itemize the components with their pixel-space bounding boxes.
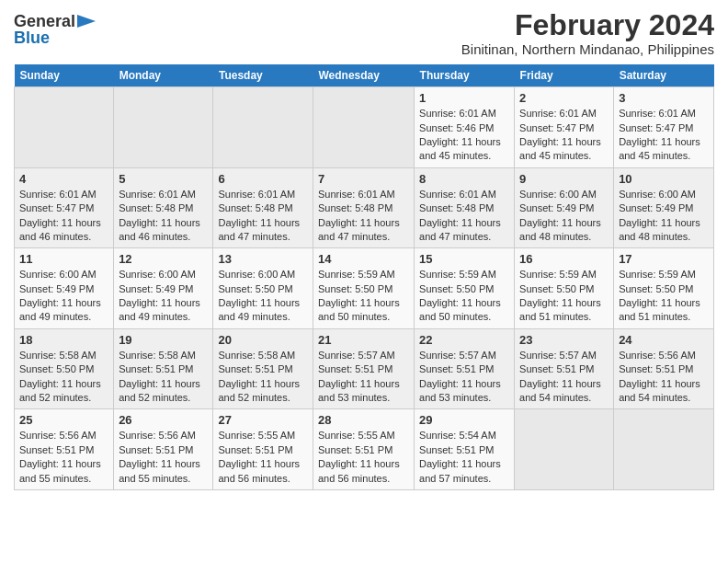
day-number: 23 [519,333,609,347]
day-number: 4 [19,172,108,186]
day-number: 5 [119,172,208,186]
calendar-cell [515,409,614,490]
calendar-table: SundayMondayTuesdayWednesdayThursdayFrid… [14,64,714,490]
calendar-cell: 19Sunrise: 5:58 AMSunset: 5:51 PMDayligh… [114,328,213,409]
calendar-cell: 7Sunrise: 6:01 AMSunset: 5:48 PMDaylight… [313,167,414,248]
calendar-cell: 16Sunrise: 5:59 AMSunset: 5:50 PMDayligh… [515,248,614,329]
day-number: 20 [218,333,308,347]
day-info: Sunrise: 5:55 AMSunset: 5:51 PMDaylight:… [218,429,308,486]
day-number: 15 [419,252,509,266]
calendar-cell: 23Sunrise: 5:57 AMSunset: 5:51 PMDayligh… [515,328,614,409]
col-header-monday: Monday [114,64,213,87]
calendar-cell: 2Sunrise: 6:01 AMSunset: 5:47 PMDaylight… [515,87,614,168]
day-info: Sunrise: 6:00 AMSunset: 5:49 PMDaylight:… [619,188,709,245]
day-info: Sunrise: 5:56 AMSunset: 5:51 PMDaylight:… [619,349,709,406]
day-info: Sunrise: 6:01 AMSunset: 5:47 PMDaylight:… [19,188,108,245]
day-number: 14 [318,252,409,266]
calendar-cell: 10Sunrise: 6:00 AMSunset: 5:49 PMDayligh… [614,167,714,248]
calendar-header-row: SundayMondayTuesdayWednesdayThursdayFrid… [15,64,714,87]
day-info: Sunrise: 6:01 AMSunset: 5:48 PMDaylight:… [318,188,409,245]
day-info: Sunrise: 6:01 AMSunset: 5:47 PMDaylight:… [519,107,609,164]
day-info: Sunrise: 6:00 AMSunset: 5:50 PMDaylight:… [218,268,308,325]
day-info: Sunrise: 6:01 AMSunset: 5:48 PMDaylight:… [218,188,308,245]
calendar-cell: 4Sunrise: 6:01 AMSunset: 5:47 PMDaylight… [15,167,114,248]
calendar-cell: 24Sunrise: 5:56 AMSunset: 5:51 PMDayligh… [614,328,714,409]
day-info: Sunrise: 5:57 AMSunset: 5:51 PMDaylight:… [318,349,409,406]
day-number: 17 [619,252,709,266]
day-number: 13 [218,252,308,266]
title-section: February 2024 Binitinan, Northern Mindan… [461,9,714,57]
day-info: Sunrise: 6:01 AMSunset: 5:48 PMDaylight:… [119,188,208,245]
day-number: 29 [419,413,509,427]
calendar-cell: 18Sunrise: 5:58 AMSunset: 5:50 PMDayligh… [15,328,114,409]
day-info: Sunrise: 5:59 AMSunset: 5:50 PMDaylight:… [318,268,409,325]
day-info: Sunrise: 5:56 AMSunset: 5:51 PMDaylight:… [119,429,208,486]
day-info: Sunrise: 5:58 AMSunset: 5:51 PMDaylight:… [119,349,208,406]
day-number: 25 [19,413,108,427]
day-number: 19 [119,333,208,347]
calendar-cell: 15Sunrise: 5:59 AMSunset: 5:50 PMDayligh… [415,248,515,329]
calendar-cell: 9Sunrise: 6:00 AMSunset: 5:49 PMDaylight… [515,167,614,248]
day-number: 21 [318,333,409,347]
col-header-tuesday: Tuesday [213,64,313,87]
calendar-cell: 1Sunrise: 6:01 AMSunset: 5:46 PMDaylight… [415,87,515,168]
logo-blue-text: Blue [14,29,50,46]
week-row-4: 18Sunrise: 5:58 AMSunset: 5:50 PMDayligh… [15,328,714,409]
day-info: Sunrise: 5:57 AMSunset: 5:51 PMDaylight:… [419,349,509,406]
day-info: Sunrise: 5:58 AMSunset: 5:51 PMDaylight:… [218,349,308,406]
week-row-2: 4Sunrise: 6:01 AMSunset: 5:47 PMDaylight… [15,167,714,248]
day-number: 22 [419,333,509,347]
day-info: Sunrise: 5:57 AMSunset: 5:51 PMDaylight:… [519,349,609,406]
calendar-cell: 27Sunrise: 5:55 AMSunset: 5:51 PMDayligh… [213,409,313,490]
svg-marker-0 [77,15,96,28]
calendar-cell: 5Sunrise: 6:01 AMSunset: 5:48 PMDaylight… [114,167,213,248]
day-info: Sunrise: 6:00 AMSunset: 5:49 PMDaylight:… [119,268,208,325]
logo-general-text: General [14,13,75,29]
calendar-cell: 6Sunrise: 6:01 AMSunset: 5:48 PMDaylight… [213,167,313,248]
day-number: 3 [619,91,709,105]
day-info: Sunrise: 6:00 AMSunset: 5:49 PMDaylight:… [519,188,609,245]
day-number: 9 [519,172,609,186]
day-info: Sunrise: 6:01 AMSunset: 5:46 PMDaylight:… [419,107,509,164]
calendar-cell: 21Sunrise: 5:57 AMSunset: 5:51 PMDayligh… [313,328,414,409]
calendar-cell: 12Sunrise: 6:00 AMSunset: 5:49 PMDayligh… [114,248,213,329]
location-subtitle: Binitinan, Northern Mindanao, Philippine… [461,41,714,57]
day-number: 27 [218,413,308,427]
day-number: 7 [318,172,409,186]
day-info: Sunrise: 5:55 AMSunset: 5:51 PMDaylight:… [318,429,409,486]
day-number: 12 [119,252,208,266]
month-year-title: February 2024 [461,9,714,41]
day-number: 10 [619,172,709,186]
calendar-cell [15,87,114,168]
day-info: Sunrise: 6:01 AMSunset: 5:47 PMDaylight:… [619,107,709,164]
day-info: Sunrise: 5:59 AMSunset: 5:50 PMDaylight:… [519,268,609,325]
logo: General Blue [14,9,96,46]
col-header-sunday: Sunday [15,64,114,87]
day-info: Sunrise: 6:00 AMSunset: 5:49 PMDaylight:… [19,268,108,325]
week-row-1: 1Sunrise: 6:01 AMSunset: 5:46 PMDaylight… [15,87,714,168]
day-number: 2 [519,91,609,105]
calendar-cell: 22Sunrise: 5:57 AMSunset: 5:51 PMDayligh… [415,328,515,409]
calendar-cell [213,87,313,168]
week-row-3: 11Sunrise: 6:00 AMSunset: 5:49 PMDayligh… [15,248,714,329]
calendar-cell: 20Sunrise: 5:58 AMSunset: 5:51 PMDayligh… [213,328,313,409]
logo-flag-icon [77,15,96,28]
day-number: 18 [19,333,108,347]
day-number: 16 [519,252,609,266]
calendar-cell: 29Sunrise: 5:54 AMSunset: 5:51 PMDayligh… [415,409,515,490]
day-info: Sunrise: 5:54 AMSunset: 5:51 PMDaylight:… [419,429,509,486]
col-header-wednesday: Wednesday [313,64,414,87]
calendar-cell: 14Sunrise: 5:59 AMSunset: 5:50 PMDayligh… [313,248,414,329]
day-number: 26 [119,413,208,427]
day-number: 24 [619,333,709,347]
day-info: Sunrise: 5:59 AMSunset: 5:50 PMDaylight:… [419,268,509,325]
day-number: 11 [19,252,108,266]
calendar-cell: 13Sunrise: 6:00 AMSunset: 5:50 PMDayligh… [213,248,313,329]
day-number: 6 [218,172,308,186]
header: General Blue February 2024 Binitinan, No… [14,9,714,57]
calendar-cell: 28Sunrise: 5:55 AMSunset: 5:51 PMDayligh… [313,409,414,490]
calendar-cell: 11Sunrise: 6:00 AMSunset: 5:49 PMDayligh… [15,248,114,329]
day-number: 1 [419,91,509,105]
calendar-cell [313,87,414,168]
calendar-cell: 3Sunrise: 6:01 AMSunset: 5:47 PMDaylight… [614,87,714,168]
